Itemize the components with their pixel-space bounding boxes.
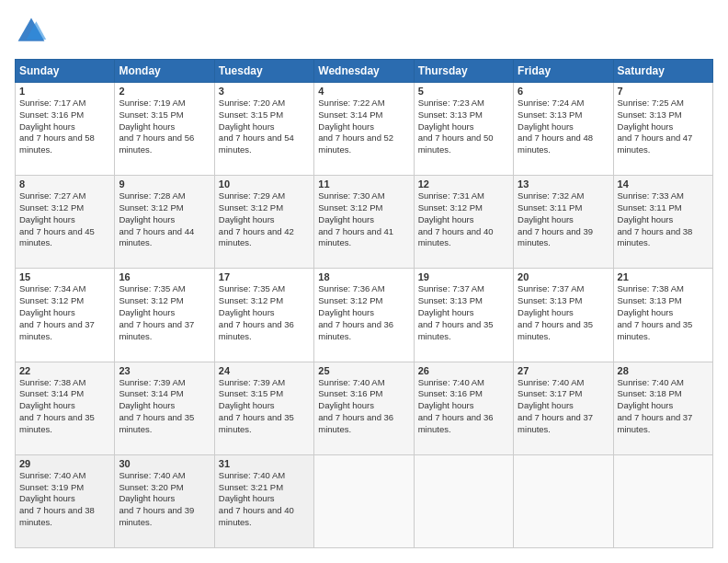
day-number: 19	[418, 271, 509, 282]
day-number: 22	[19, 365, 110, 376]
cell-content: Sunrise: 7:33 AMSunset: 3:11 PMDaylight …	[618, 190, 709, 249]
header	[15, 15, 713, 48]
calendar-week-1: 1Sunrise: 7:17 AMSunset: 3:16 PMDaylight…	[16, 83, 713, 176]
day-number: 2	[119, 86, 210, 97]
day-number: 31	[219, 458, 310, 469]
cell-content: Sunrise: 7:40 AMSunset: 3:21 PMDaylight …	[219, 470, 310, 529]
cell-content: Sunrise: 7:35 AMSunset: 3:12 PMDaylight …	[219, 283, 310, 342]
day-number: 18	[318, 271, 409, 282]
cell-content: Sunrise: 7:32 AMSunset: 3:11 PMDaylight …	[518, 190, 609, 249]
calendar-cell: 12Sunrise: 7:31 AMSunset: 3:12 PMDayligh…	[414, 176, 513, 269]
calendar-cell: 4Sunrise: 7:22 AMSunset: 3:14 PMDaylight…	[314, 83, 414, 176]
calendar-cell: 7Sunrise: 7:25 AMSunset: 3:13 PMDaylight…	[613, 83, 712, 176]
cell-content: Sunrise: 7:29 AMSunset: 3:12 PMDaylight …	[219, 190, 310, 249]
day-number: 13	[518, 178, 609, 190]
calendar-cell: 10Sunrise: 7:29 AMSunset: 3:12 PMDayligh…	[214, 176, 313, 269]
cell-content: Sunrise: 7:34 AMSunset: 3:12 PMDaylight …	[19, 283, 110, 342]
cell-content: Sunrise: 7:17 AMSunset: 3:16 PMDaylight …	[19, 98, 110, 156]
calendar-cell: 24Sunrise: 7:39 AMSunset: 3:15 PMDayligh…	[214, 362, 313, 454]
cell-content: Sunrise: 7:35 AMSunset: 3:12 PMDaylight …	[119, 283, 210, 342]
calendar-cell: 14Sunrise: 7:33 AMSunset: 3:11 PMDayligh…	[613, 176, 712, 269]
cell-content: Sunrise: 7:40 AMSunset: 3:20 PMDaylight …	[119, 470, 210, 529]
cell-content: Sunrise: 7:28 AMSunset: 3:12 PMDaylight …	[119, 190, 210, 249]
calendar-cell: 30Sunrise: 7:40 AMSunset: 3:20 PMDayligh…	[115, 454, 214, 547]
cell-content: Sunrise: 7:20 AMSunset: 3:15 PMDaylight …	[219, 98, 310, 156]
cell-content: Sunrise: 7:25 AMSunset: 3:13 PMDaylight …	[618, 98, 709, 156]
calendar-cell	[514, 454, 613, 547]
day-number: 25	[318, 365, 409, 376]
day-number: 8	[19, 178, 110, 190]
col-header-saturday: Saturday	[613, 60, 712, 83]
day-number: 5	[418, 86, 509, 97]
logo	[15, 15, 51, 48]
calendar-cell: 29Sunrise: 7:40 AMSunset: 3:19 PMDayligh…	[16, 454, 115, 547]
cell-content: Sunrise: 7:19 AMSunset: 3:15 PMDaylight …	[119, 98, 210, 156]
cell-content: Sunrise: 7:22 AMSunset: 3:14 PMDaylight …	[318, 98, 409, 156]
cell-content: Sunrise: 7:23 AMSunset: 3:13 PMDaylight …	[418, 98, 509, 156]
day-number: 4	[318, 86, 409, 97]
day-number: 29	[19, 458, 110, 469]
day-number: 16	[119, 271, 210, 282]
day-number: 23	[119, 365, 210, 376]
calendar-cell: 3Sunrise: 7:20 AMSunset: 3:15 PMDaylight…	[214, 83, 313, 176]
col-header-sunday: Sunday	[16, 60, 115, 83]
day-number: 6	[518, 86, 609, 97]
cell-content: Sunrise: 7:36 AMSunset: 3:12 PMDaylight …	[318, 283, 409, 342]
calendar-cell: 2Sunrise: 7:19 AMSunset: 3:15 PMDaylight…	[115, 83, 214, 176]
day-number: 11	[318, 178, 409, 190]
day-number: 21	[618, 271, 709, 282]
calendar-cell: 16Sunrise: 7:35 AMSunset: 3:12 PMDayligh…	[115, 269, 214, 362]
day-number: 10	[219, 178, 310, 190]
col-header-thursday: Thursday	[414, 60, 513, 83]
calendar-cell: 31Sunrise: 7:40 AMSunset: 3:21 PMDayligh…	[214, 454, 313, 547]
calendar-cell: 1Sunrise: 7:17 AMSunset: 3:16 PMDaylight…	[16, 83, 115, 176]
cell-content: Sunrise: 7:31 AMSunset: 3:12 PMDaylight …	[418, 190, 509, 249]
day-number: 27	[518, 365, 609, 376]
cell-content: Sunrise: 7:39 AMSunset: 3:15 PMDaylight …	[219, 377, 310, 436]
calendar-week-3: 15Sunrise: 7:34 AMSunset: 3:12 PMDayligh…	[16, 269, 713, 362]
calendar-table: SundayMondayTuesdayWednesdayThursdayFrid…	[15, 59, 713, 548]
calendar-cell: 15Sunrise: 7:34 AMSunset: 3:12 PMDayligh…	[16, 269, 115, 362]
calendar-cell: 11Sunrise: 7:30 AMSunset: 3:12 PMDayligh…	[314, 176, 414, 269]
calendar-header-row: SundayMondayTuesdayWednesdayThursdayFrid…	[16, 60, 713, 83]
calendar-cell: 6Sunrise: 7:24 AMSunset: 3:13 PMDaylight…	[514, 83, 613, 176]
calendar-cell: 25Sunrise: 7:40 AMSunset: 3:16 PMDayligh…	[314, 362, 414, 454]
calendar-cell: 9Sunrise: 7:28 AMSunset: 3:12 PMDaylight…	[115, 176, 214, 269]
day-number: 9	[119, 178, 210, 190]
calendar-cell	[314, 454, 414, 547]
calendar-cell	[613, 454, 712, 547]
calendar-cell: 28Sunrise: 7:40 AMSunset: 3:18 PMDayligh…	[613, 362, 712, 454]
day-number: 30	[119, 458, 210, 469]
day-number: 24	[219, 365, 310, 376]
calendar-cell: 26Sunrise: 7:40 AMSunset: 3:16 PMDayligh…	[414, 362, 513, 454]
col-header-tuesday: Tuesday	[214, 60, 313, 83]
cell-content: Sunrise: 7:40 AMSunset: 3:16 PMDaylight …	[418, 377, 509, 436]
day-number: 26	[418, 365, 509, 376]
cell-content: Sunrise: 7:24 AMSunset: 3:13 PMDaylight …	[518, 98, 609, 156]
day-number: 1	[19, 86, 110, 97]
cell-content: Sunrise: 7:30 AMSunset: 3:12 PMDaylight …	[318, 190, 409, 249]
logo-icon	[15, 15, 48, 48]
day-number: 15	[19, 271, 110, 282]
calendar-cell: 20Sunrise: 7:37 AMSunset: 3:13 PMDayligh…	[514, 269, 613, 362]
col-header-monday: Monday	[115, 60, 214, 83]
page: SundayMondayTuesdayWednesdayThursdayFrid…	[0, 0, 728, 563]
cell-content: Sunrise: 7:38 AMSunset: 3:14 PMDaylight …	[19, 377, 110, 436]
day-number: 3	[219, 86, 310, 97]
col-header-wednesday: Wednesday	[314, 60, 414, 83]
day-number: 17	[219, 271, 310, 282]
cell-content: Sunrise: 7:38 AMSunset: 3:13 PMDaylight …	[618, 283, 709, 342]
calendar-week-4: 22Sunrise: 7:38 AMSunset: 3:14 PMDayligh…	[16, 362, 713, 454]
day-number: 12	[418, 178, 509, 190]
calendar-cell: 22Sunrise: 7:38 AMSunset: 3:14 PMDayligh…	[16, 362, 115, 454]
calendar-cell	[414, 454, 513, 547]
cell-content: Sunrise: 7:40 AMSunset: 3:18 PMDaylight …	[618, 377, 709, 436]
calendar-week-2: 8Sunrise: 7:27 AMSunset: 3:12 PMDaylight…	[16, 176, 713, 269]
day-number: 20	[518, 271, 609, 282]
calendar-cell: 19Sunrise: 7:37 AMSunset: 3:13 PMDayligh…	[414, 269, 513, 362]
cell-content: Sunrise: 7:37 AMSunset: 3:13 PMDaylight …	[418, 283, 509, 342]
cell-content: Sunrise: 7:37 AMSunset: 3:13 PMDaylight …	[518, 283, 609, 342]
calendar-week-5: 29Sunrise: 7:40 AMSunset: 3:19 PMDayligh…	[16, 454, 713, 547]
cell-content: Sunrise: 7:40 AMSunset: 3:17 PMDaylight …	[518, 377, 609, 436]
col-header-friday: Friday	[514, 60, 613, 83]
